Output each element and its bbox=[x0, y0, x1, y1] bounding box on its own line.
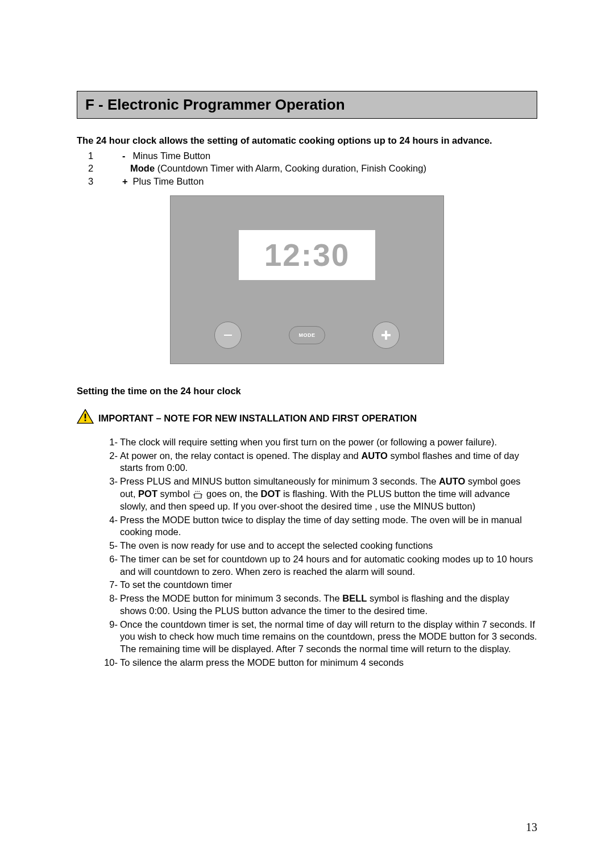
legend-text: Plus Time Button bbox=[130, 176, 204, 186]
step-bold: DOT bbox=[260, 489, 280, 499]
minus-button[interactable] bbox=[214, 322, 242, 349]
svg-rect-1 bbox=[85, 414, 86, 418]
legend-desc: - Minus Time Button bbox=[122, 149, 210, 162]
instruction-list: The clock will require setting when you … bbox=[77, 436, 537, 669]
mode-button[interactable]: MODE bbox=[289, 326, 325, 344]
minus-icon bbox=[224, 335, 232, 336]
step-text: The timer can be set for countdown up to… bbox=[120, 554, 533, 577]
step-text: Press the MODE button for minimum 3 seco… bbox=[120, 593, 342, 603]
legend-num: 1 bbox=[88, 149, 122, 162]
subheading: Setting the time on the 24 hour clock bbox=[77, 386, 537, 397]
list-item: Once the countdown timer is set, the nor… bbox=[120, 619, 537, 656]
step-text: The oven is now ready for use and to acc… bbox=[120, 540, 433, 550]
step-text: To silence the alarm press the MODE butt… bbox=[120, 657, 404, 667]
legend-row: 2 Mode (Countdown Timer with Alarm, Cook… bbox=[88, 162, 537, 174]
svg-rect-2 bbox=[85, 419, 86, 421]
intro-text: The 24 hour clock allows the setting of … bbox=[77, 135, 537, 147]
step-text: symbol bbox=[157, 489, 192, 499]
button-row: MODE bbox=[171, 322, 443, 349]
list-item: The oven is now ready for use and to acc… bbox=[120, 540, 537, 552]
control-panel: 12:30 MODE bbox=[170, 195, 444, 364]
step-text: Press the MODE button twice to display t… bbox=[120, 515, 522, 537]
legend-text: (Countdown Timer with Alarm, Cooking dur… bbox=[155, 163, 426, 173]
step-text: The clock will require setting when you … bbox=[120, 437, 497, 447]
legend-desc: Mode (Countdown Timer with Alarm, Cookin… bbox=[122, 162, 426, 174]
important-notice-row: IMPORTANT – NOTE FOR NEW INSTALLATION AN… bbox=[77, 409, 537, 424]
legend-row: 1 - Minus Time Button bbox=[88, 149, 537, 162]
plus-symbol: + bbox=[122, 175, 130, 187]
step-text: At power on, the relay contact is opened… bbox=[120, 450, 361, 461]
legend-row: 3 + Plus Time Button bbox=[88, 175, 537, 187]
list-item: To silence the alarm press the MODE butt… bbox=[120, 657, 537, 669]
step-bold: BELL bbox=[342, 593, 367, 603]
clock-display: 12:30 bbox=[239, 230, 375, 280]
clock-time: 12:30 bbox=[264, 237, 350, 273]
step-bold: POT bbox=[138, 489, 157, 499]
plus-icon bbox=[381, 331, 391, 340]
list-item: The clock will require setting when you … bbox=[120, 436, 537, 449]
legend-num: 3 bbox=[88, 175, 122, 187]
list-item: To set the countdown timer bbox=[120, 579, 537, 591]
mode-label: MODE bbox=[298, 332, 315, 338]
pot-icon bbox=[193, 491, 202, 499]
button-legend: 1 - Minus Time Button 2 Mode (Countdown … bbox=[88, 149, 537, 187]
step-text: Press PLUS and MINUS button simultaneous… bbox=[120, 476, 439, 486]
minus-symbol: - bbox=[122, 149, 130, 162]
step-bold: AUTO bbox=[439, 476, 465, 486]
page-number: 13 bbox=[526, 821, 537, 834]
svg-rect-3 bbox=[194, 494, 201, 498]
list-item: Press the MODE button twice to display t… bbox=[120, 514, 537, 539]
step-bold: AUTO bbox=[361, 450, 387, 461]
plus-button[interactable] bbox=[372, 322, 400, 349]
important-notice-text: IMPORTANT – NOTE FOR NEW INSTALLATION AN… bbox=[98, 413, 417, 424]
list-item: Press PLUS and MINUS button simultaneous… bbox=[120, 475, 537, 512]
list-item: Press the MODE button for minimum 3 seco… bbox=[120, 592, 537, 617]
warning-triangle-icon bbox=[77, 409, 94, 424]
list-item: At power on, the relay contact is opened… bbox=[120, 450, 537, 475]
legend-desc: + Plus Time Button bbox=[122, 175, 204, 187]
legend-bold: Mode bbox=[130, 163, 155, 173]
step-text: To set the countdown timer bbox=[120, 579, 232, 590]
control-panel-figure: 12:30 MODE bbox=[77, 195, 537, 364]
page: F - Electronic Programmer Operation The … bbox=[0, 0, 614, 868]
step-text: Once the countdown timer is set, the nor… bbox=[120, 619, 537, 654]
legend-num: 2 bbox=[88, 162, 122, 174]
step-text: goes on, the bbox=[204, 489, 260, 499]
section-heading: F - Electronic Programmer Operation bbox=[77, 91, 537, 119]
legend-text: Minus Time Button bbox=[130, 151, 210, 161]
list-item: The timer can be set for countdown up to… bbox=[120, 553, 537, 578]
